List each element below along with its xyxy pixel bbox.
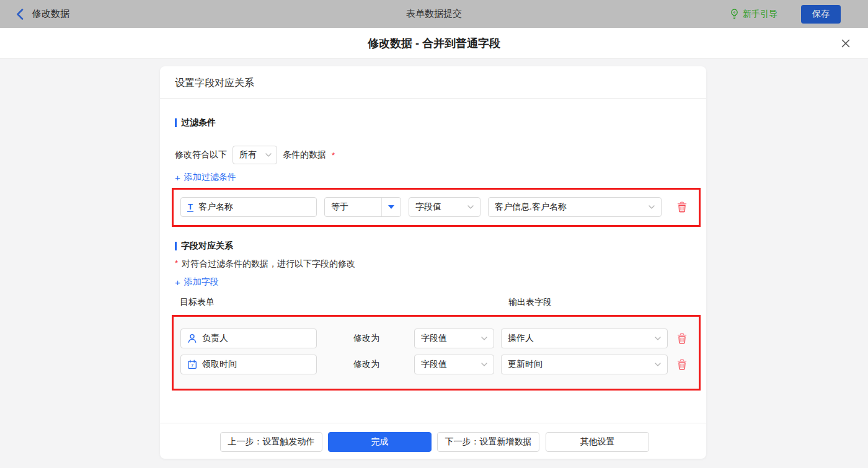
required-mark: * [175,258,178,268]
add-field-link[interactable]: + 添加字段 [175,276,219,288]
modify-to-label: 修改为 [353,333,379,344]
card-header-title: 设置字段对应关系 [175,77,254,90]
condition-value-type-select[interactable]: 字段值 [409,197,480,217]
required-mark: * [332,151,335,160]
user-icon [187,333,197,343]
modify-to-label: 修改为 [353,359,379,370]
chevron-down-icon [655,363,661,366]
mapping-value-type-select[interactable]: 字段值 [414,329,494,348]
next-step-button[interactable]: 下一步：设置新增数据 [437,432,539,452]
match-mode-select[interactable]: 所有 [232,146,277,164]
chevron-down-icon [655,337,661,340]
match-prefix-label: 修改符合以下 [175,149,227,161]
screen: 修改数据 表单数据提交 新手引导 保存 修改数据 - 合并到普通字段 设置字段对… [0,0,868,468]
condition-value-select[interactable]: 客户信息.客户名称 [488,197,662,217]
operator-caret-button[interactable] [381,198,401,216]
add-filter-condition-link[interactable]: + 添加过滤条件 [175,172,236,183]
mapping-value-type-select[interactable]: 字段值 [414,355,494,374]
match-suffix-label: 条件的数据 [283,149,326,161]
chevron-down-icon [265,153,272,157]
condition-operator-select[interactable]: 等于 [324,197,401,217]
field-mapping-highlight: 负责人 修改为 字段值 操作人 [172,315,701,391]
mapping-hint: * 对符合过滤条件的数据，进行以下字段的修改 [175,258,355,270]
mapping-value-select[interactable]: 操作人 [501,329,668,348]
lightbulb-icon [730,9,739,19]
previous-step-button[interactable]: 上一步：设置触发动作 [220,432,322,452]
chevron-down-icon [481,337,487,340]
card-header-divider [160,98,706,99]
done-button[interactable]: 完成 [328,432,432,452]
caret-down-icon [388,205,394,209]
condition-field-input[interactable]: T 客户名称 [180,197,317,217]
back-label[interactable]: 修改数据 [32,8,69,20]
card-footer: 上一步：设置触发动作 完成 下一步：设置新增数据 其他设置 [160,423,706,459]
filter-section-title: 过滤条件 [175,117,216,128]
target-form-column-header: 目标表单 [180,297,215,308]
calendar-icon: 7 [187,360,197,369]
mapping-column-headers: 目标表单 输出表字段 [160,297,706,308]
chevron-down-icon [467,205,474,209]
mapping-section-title: 字段对应关系 [175,241,233,252]
beginner-guide-label: 新手引导 [743,9,777,20]
text-field-icon: T [187,203,193,212]
section-accent-bar [175,118,177,127]
match-condition-row: 修改符合以下 所有 条件的数据 * [175,146,335,164]
close-icon[interactable] [839,37,852,50]
section-accent-bar [175,242,177,250]
mapping-row: 负责人 修改为 字段值 操作人 [174,329,699,348]
chevron-down-icon [481,363,487,366]
plus-icon: + [175,277,180,288]
back-chevron-icon[interactable] [16,9,24,20]
filter-condition-row: T 客户名称 等于 字段值 客户信息.客户名称 [174,197,699,217]
save-button[interactable]: 保存 [801,5,841,24]
mapping-row: 7 领取时间 修改为 字段值 更新时间 [174,355,699,374]
plus-icon: + [175,172,180,183]
beginner-guide-link[interactable]: 新手引导 [730,9,777,20]
modal-header: 修改数据 - 合并到普通字段 [0,28,868,59]
output-field-column-header: 输出表字段 [508,297,552,308]
modal-body: 设置字段对应关系 过滤条件 修改符合以下 所有 条件的数据 * + 添加过滤条件 [0,59,868,468]
other-settings-button[interactable]: 其他设置 [546,432,649,452]
modal-title: 修改数据 - 合并到普通字段 [368,36,500,51]
svg-text:7: 7 [191,363,193,368]
mapping-field-input[interactable]: 负责人 [180,329,317,348]
chevron-down-icon [649,205,655,209]
top-bar: 修改数据 表单数据提交 新手引导 保存 [0,0,868,28]
mapping-field-input[interactable]: 7 领取时间 [180,355,317,374]
mapping-value-select[interactable]: 更新时间 [501,355,668,374]
trash-icon[interactable] [677,359,687,370]
filter-condition-highlight: T 客户名称 等于 字段值 客户信息.客户名称 [172,188,701,227]
trash-icon[interactable] [677,201,687,213]
settings-card: 设置字段对应关系 过滤条件 修改符合以下 所有 条件的数据 * + 添加过滤条件 [160,66,706,459]
trash-icon[interactable] [677,333,687,344]
